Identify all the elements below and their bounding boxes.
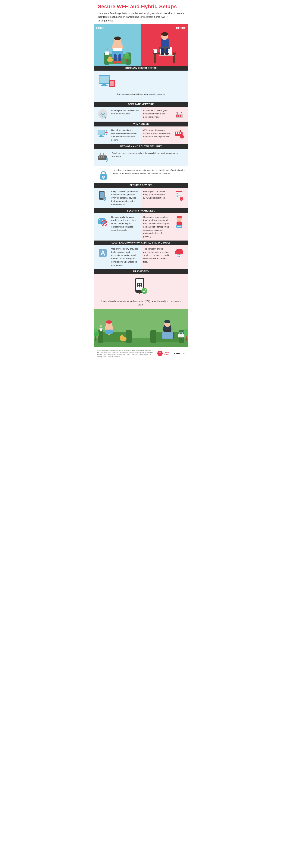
page-title: Secure WFH and Hybrid Setups [98,4,184,9]
secure-comm-content: Use only company-provided tools, service… [94,245,188,269]
secured-devices-right-text: Follow your company's bring-your-own-dev… [143,190,171,200]
company-device-header: COMPANY-ISSUED DEVICE [94,66,188,70]
svg-rect-76 [99,156,100,158]
svg-rect-44 [102,84,106,85]
svg-rect-58 [98,130,105,134]
svg-rect-77 [101,156,102,158]
security-awareness-content: Be extra vigilant against phishing tacti… [94,213,188,241]
svg-rect-10 [118,54,121,62]
router-shield-icon [97,152,110,163]
svg-rect-47 [110,81,114,86]
passwords-content: Users should use two-factor authenticati… [94,274,188,309]
svg-rect-78 [103,156,104,158]
svg-point-122 [139,285,140,287]
office-illustration: Googrl G [149,28,180,66]
footer-logos: TREND MICRO research [157,351,185,356]
vpn-access-section: VPN ACCESS [94,122,188,144]
secure-comm-header: SECURE COMMUNICATION AND FILE-SHARING TO… [94,241,188,245]
svg-rect-103 [99,249,107,257]
svg-rect-128 [98,330,103,343]
security-awareness-left-text: Be extra vigilant against phishing tacti… [111,216,139,232]
header-section: Secure WFH and Hybrid Setups Here are a … [94,0,188,24]
svg-point-5 [114,36,121,40]
svg-rect-135 [99,328,103,329]
separate-network-left-text: Isolate your work devices on your home n… [111,109,139,116]
svg-text:G: G [154,51,155,52]
passwords-section: PASSWORDS [94,269,188,309]
main-container: Secure WFH and Hybrid Setups Here are a … [94,0,188,360]
separate-network-right: Offices must have a guest network for vi… [141,107,188,122]
home-illustration [102,28,133,66]
svg-rect-87 [176,191,182,192]
svg-rect-54 [180,115,181,117]
trend-micro-text: TREND MICRO [164,352,169,355]
phishing-icon [96,216,109,227]
trend-micro-logo: TREND MICRO [157,351,169,356]
svg-rect-60 [99,136,104,137]
subtitle-text: Here are a few things that companies and… [98,11,184,23]
svg-rect-141 [150,330,156,343]
svg-rect-98 [179,225,179,228]
svg-point-50 [102,116,103,117]
svg-point-117 [139,292,140,294]
svg-rect-96 [177,221,182,225]
network-text2: If possible, employ network security too… [112,168,185,175]
separate-network-header: SEPARATE NETWORK [94,102,188,107]
hero-banner: HOME [94,24,188,66]
secured-devices-section: SECURED DEVICES [94,183,188,208]
svg-point-63 [106,130,107,131]
vpn-left: Use VPNs to make the connection between … [94,126,141,144]
svg-point-123 [140,285,142,287]
hero-office-side: OFFICE Googrl G [141,24,188,66]
separate-network-section: SEPARATE NETWORK [94,102,188,122]
svg-point-112 [180,256,181,257]
svg-text:!: ! [181,135,182,138]
svg-rect-113 [177,254,179,255]
secured-devices-left-text: Keep firmware updated and use secure con… [111,190,139,206]
svg-rect-70 [180,132,181,134]
app-store-icon [96,247,109,258]
svg-rect-69 [178,132,179,134]
svg-point-132 [106,320,112,324]
bottom-illustration: Helvetica [94,309,188,347]
svg-rect-149 [162,332,173,339]
svg-point-120 [140,283,142,285]
office-label: OFFICE [176,27,186,30]
vpn-content: Use VPNs to make the connection between … [94,126,188,144]
svg-rect-53 [178,115,179,117]
svg-rect-71 [177,130,177,132]
vpn-header: VPN ACCESS [94,122,188,126]
research-logo: research [173,352,185,355]
svg-rect-79 [100,153,101,156]
svg-point-95 [177,216,182,218]
company-device-content: These devices should have more security … [94,70,188,102]
device-icon [98,74,116,89]
security-awareness-header: SECURITY AWARENESS [94,208,188,213]
secure-comm-section: SECURE COMMUNICATION AND FILE-SHARING TO… [94,241,188,269]
network-router-content2: If possible, employ network security too… [94,166,188,183]
svg-point-11 [113,61,117,64]
svg-rect-14 [105,51,109,52]
security-awareness-right-text: Companies must regularly train employees… [143,216,171,238]
svg-point-41 [165,53,169,55]
secure-comm-right-text: The company should provide the tools and… [143,247,171,264]
wifi-lock-icon [97,168,110,180]
phone-shield-icon [96,190,109,201]
svg-rect-108 [175,252,183,254]
secured-devices-left: Keep firmware updated and use secure con… [94,188,141,208]
svg-rect-151 [179,332,180,334]
trend-micro-icon [157,351,163,356]
svg-rect-133 [105,330,113,334]
svg-rect-129 [126,330,132,343]
svg-rect-84 [100,192,104,198]
svg-point-40 [161,53,164,55]
separate-network-left: Isolate your work devices on your home n… [94,107,141,122]
svg-point-21 [123,55,126,59]
secured-devices-header: SECURED DEVICES [94,183,188,188]
svg-rect-29 [159,55,174,56]
svg-point-145 [164,320,170,323]
home-label: HOME [96,27,104,30]
vpn-right: Offices should regulate access to VPNs a… [141,126,188,144]
secured-devices-content: Keep firmware updated and use secure con… [94,188,188,208]
secure-comm-left: Use only company-provided tools, service… [94,245,141,269]
